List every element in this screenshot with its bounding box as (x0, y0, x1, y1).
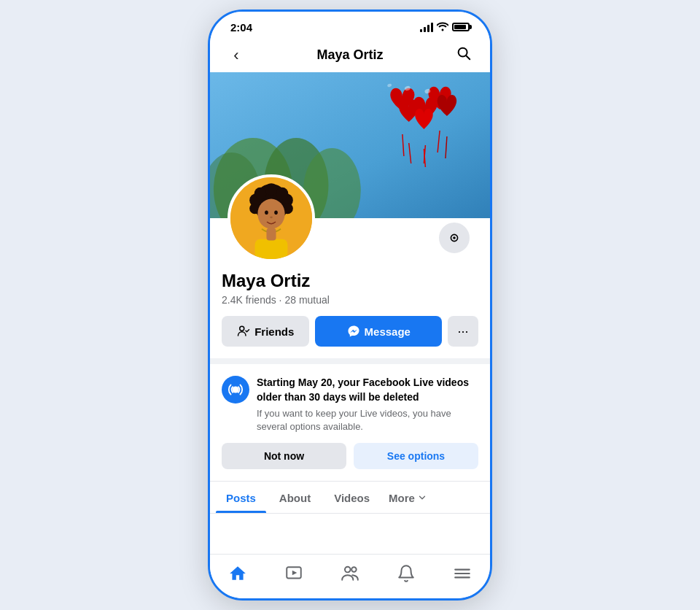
not-now-button[interactable]: Not now (222, 443, 346, 469)
status-icons (420, 21, 470, 34)
svg-point-28 (274, 210, 278, 215)
friends-nav-icon (341, 564, 359, 583)
svg-line-1 (466, 55, 470, 59)
svg-point-26 (257, 199, 284, 229)
live-video-icon (222, 376, 249, 404)
tab-posts[interactable]: Posts (216, 482, 266, 513)
friends-count: 2.4K (222, 294, 243, 306)
add-to-story-btn (438, 221, 471, 255)
nav-profile[interactable] (331, 560, 369, 587)
notification-content: Starting May 20, your Facebook Live vide… (257, 376, 478, 434)
phone-frame: 2:04 ‹ Maya Ortiz (208, 9, 492, 601)
tab-about[interactable]: About (269, 482, 321, 513)
watch-icon (284, 564, 303, 583)
battery-icon (452, 23, 470, 31)
action-buttons: Friends Message ··· (222, 316, 478, 347)
svg-marker-39 (292, 571, 298, 576)
see-options-button[interactable]: See options (354, 443, 478, 469)
svg-point-23 (265, 183, 278, 196)
status-bar: 2:04 (210, 12, 490, 39)
notification-header: Starting May 20, your Facebook Live vide… (222, 376, 478, 434)
friends-icon (237, 325, 250, 338)
profile-name: Maya Ortiz (222, 271, 478, 291)
svg-rect-32 (266, 228, 276, 241)
nav-menu[interactable] (443, 560, 481, 587)
content-area: Maya Ortiz 2.4K friends · 28 mutual Frie… (210, 72, 490, 554)
profile-tabs: Posts About Videos More (210, 482, 490, 514)
nav-home[interactable] (219, 560, 257, 587)
page-title: Maya Ortiz (248, 47, 452, 63)
section-divider (210, 358, 490, 364)
nav-notifications[interactable] (387, 560, 425, 587)
notification-title: Starting May 20, your Facebook Live vide… (257, 376, 478, 404)
svg-point-22 (276, 188, 289, 200)
svg-point-27 (265, 210, 268, 215)
notification-body: If you want to keep your Live videos, yo… (257, 407, 478, 433)
svg-point-35 (453, 236, 456, 239)
more-button[interactable]: ··· (448, 316, 478, 347)
signal-icon (420, 22, 433, 32)
profile-section: Maya Ortiz 2.4K friends · 28 mutual Frie… (210, 218, 490, 358)
message-button[interactable]: Message (315, 316, 442, 347)
friends-button[interactable]: Friends (222, 316, 309, 347)
notification-banner: Starting May 20, your Facebook Live vide… (210, 364, 490, 482)
tab-videos[interactable]: Videos (324, 482, 380, 513)
profile-stats: 2.4K friends · 28 mutual (222, 294, 478, 306)
mutual-count: 28 (284, 294, 296, 306)
messenger-icon (347, 325, 360, 338)
bell-icon (397, 564, 416, 583)
svg-point-40 (345, 567, 351, 573)
back-button[interactable]: ‹ (225, 46, 248, 65)
svg-rect-31 (255, 239, 288, 259)
avatar-image (228, 174, 315, 262)
home-icon (228, 564, 247, 583)
search-button[interactable] (452, 45, 475, 65)
svg-point-36 (240, 326, 244, 331)
bottom-nav (210, 554, 490, 598)
tab-more[interactable]: More (383, 482, 433, 513)
wifi-icon (437, 21, 448, 34)
status-time: 2:04 (230, 21, 252, 34)
nav-watch[interactable] (275, 560, 313, 587)
svg-point-29 (270, 216, 273, 218)
notification-actions: Not now See options (222, 443, 478, 469)
chevron-down-icon (417, 493, 427, 503)
svg-point-21 (254, 188, 267, 200)
svg-point-41 (351, 567, 357, 572)
profile-avatar (228, 174, 315, 262)
nav-bar: ‹ Maya Ortiz (210, 39, 490, 72)
menu-icon (453, 564, 472, 583)
svg-point-37 (232, 386, 238, 393)
